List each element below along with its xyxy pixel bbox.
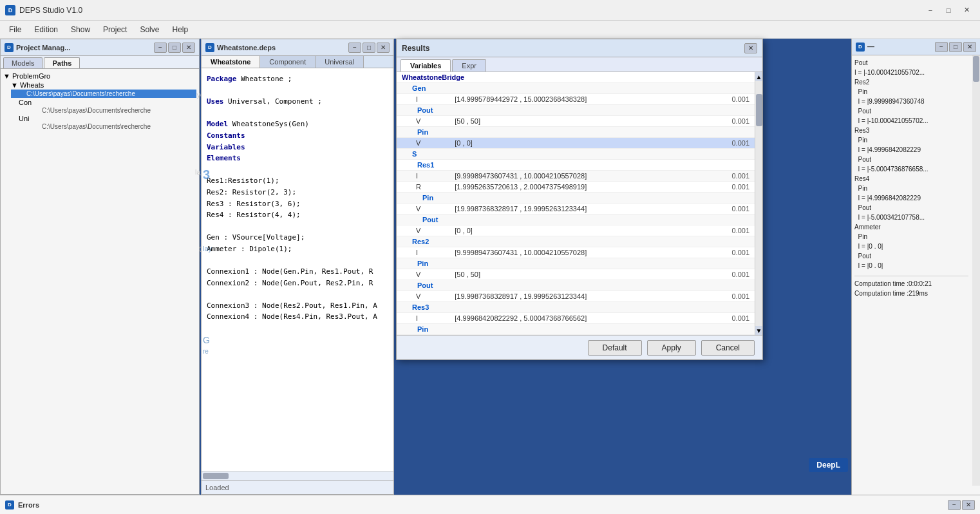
rp-line: I = |0 . 0| <box>854 242 968 251</box>
close-button[interactable]: ✕ <box>958 4 975 17</box>
tree-item-root[interactable]: ▼ ProblemGro <box>3 71 196 81</box>
code-line: Connexion3 : Node(Res2.Pout, Res1.Pin, A <box>207 300 388 312</box>
right-minimize-btn[interactable]: − <box>935 42 948 52</box>
results-tab-variables[interactable]: Variables <box>400 59 451 71</box>
right-scroll-thumb[interactable] <box>973 56 979 82</box>
wheatstone-panel-icon: D <box>205 43 214 52</box>
rp-line: I = |-5.000342107758... <box>854 213 968 222</box>
code-line: Connexion4 : Node(Res4.Pin, Res3.Pout, A <box>207 311 388 323</box>
project-panel-title: Project Manag... <box>16 44 151 52</box>
errors-bar: D Errors − ✕ <box>0 495 980 514</box>
cancel-button[interactable]: Cancel <box>701 340 755 356</box>
project-panel-titlebar: D Project Manag... − □ ✕ <box>1 39 199 56</box>
code-line <box>207 255 388 267</box>
project-maximize-btn[interactable]: □ <box>168 43 181 53</box>
rp-line: I = |0 . 0| <box>854 261 968 271</box>
wheatstone-minimize-btn[interactable]: − <box>348 43 361 53</box>
tree-item-con[interactable]: Con <box>19 98 196 107</box>
rp-line: I = |9.99998947360748 <box>854 97 968 106</box>
var-error: 0.001 <box>704 313 755 324</box>
results-tab-expr[interactable]: Expr <box>452 59 486 71</box>
rp-line: Pout <box>854 58 968 68</box>
section-pin-gen: Pin <box>397 127 755 138</box>
wheatstone-statusbar: Loaded <box>202 480 393 494</box>
code-tab-wheatstone[interactable]: Wheatstone <box>202 56 260 68</box>
tab-models[interactable]: Models <box>3 57 42 68</box>
rp-line: Res3 <box>854 126 968 135</box>
results-close-btn[interactable]: ✕ <box>744 43 757 53</box>
scroll-down-btn[interactable]: ▼ <box>755 326 762 335</box>
right-maximize-btn[interactable]: □ <box>949 42 962 52</box>
menu-project[interactable]: Project <box>97 23 133 37</box>
menu-help[interactable]: Help <box>165 23 194 37</box>
right-panel-titlebar: D — − □ ✕ <box>852 39 980 55</box>
tree-group: ▼ Wheats C:\Users\payas\Documents\recher… <box>3 81 196 130</box>
default-button[interactable]: Default <box>588 340 642 356</box>
var-name: V <box>397 269 449 280</box>
app-titlebar: D DEPS Studio V1.0 − □ ✕ <box>0 0 980 21</box>
code-line: Gen : VSource[Voltage]; <box>207 232 388 243</box>
var-name: V <box>397 138 449 149</box>
rp-line: Pout <box>854 203 968 213</box>
results-data-table: WheatstoneBridge Gen I [14.9995789442972… <box>397 72 755 335</box>
section-pout-res1: Pout <box>397 214 755 225</box>
tree-path-wheats[interactable]: C:\Users\payas\Documents\recherche <box>11 90 196 98</box>
project-minimize-btn[interactable]: − <box>154 43 167 53</box>
results-scrollbar[interactable]: ▲ ▼ <box>755 72 762 335</box>
var-value: [14.9995789442972 , 15.0002368438328] <box>449 94 704 105</box>
menu-edition[interactable]: Edition <box>28 23 64 37</box>
horizontal-scrollbar[interactable] <box>202 471 393 480</box>
app-title: DEPS Studio V1.0 <box>19 6 922 15</box>
maximize-button[interactable]: □ <box>940 4 957 17</box>
table-row: R [1.99952635720613 , 2.00047375498919] … <box>397 182 755 193</box>
rp-line: Pin <box>854 87 968 97</box>
scroll-thumb-h[interactable] <box>203 473 229 479</box>
scroll-up-btn[interactable]: ▲ <box>755 72 762 81</box>
table-row: V [19.9987368328917 , 19.9995263123344] … <box>397 291 755 302</box>
results-footer: Default Apply Cancel <box>397 335 762 359</box>
menu-file[interactable]: File <box>3 23 28 37</box>
code-tab-component[interactable]: Component <box>260 56 316 68</box>
var-value: [50 , 50] <box>449 116 704 127</box>
section-pout-res2: Pout <box>397 280 755 291</box>
code-line <box>207 164 388 176</box>
var-error: 0.001 <box>704 138 755 149</box>
tab-paths[interactable]: Paths <box>44 57 80 68</box>
deepl-button[interactable]: DeepL <box>809 458 848 472</box>
code-line: Res4 : Resistor(4, 4); <box>207 209 388 221</box>
var-error: 0.001 <box>704 116 755 127</box>
deepl-label: DeepL <box>816 461 840 470</box>
code-line: Res3 : Resistor(3, 6); <box>207 198 388 210</box>
project-panel-controls: − □ ✕ <box>154 43 195 53</box>
errors-minimize-btn[interactable]: − <box>948 500 961 510</box>
code-line: Variables <box>207 142 388 153</box>
rp-computation-line2: Computation time :219ms <box>854 289 968 298</box>
scroll-thumb[interactable] <box>756 94 762 126</box>
errors-close-btn[interactable]: ✕ <box>962 500 975 510</box>
scroll-track <box>755 81 762 326</box>
wheatstone-maximize-btn[interactable]: □ <box>363 43 375 53</box>
var-name: R <box>397 182 449 193</box>
code-line: Uses Universal, Component ; <box>207 96 388 108</box>
tree-item-uni[interactable]: Uni <box>19 114 196 123</box>
code-tab-universal[interactable]: Universal <box>316 56 364 68</box>
section-pin-res3: Pin <box>397 324 755 335</box>
menu-show[interactable]: Show <box>64 23 97 37</box>
tree-subgroup: Con C:\Users\payas\Documents\recherche U… <box>11 98 196 130</box>
project-close-btn[interactable]: ✕ <box>182 43 195 53</box>
right-close-btn[interactable]: ✕ <box>963 42 976 52</box>
var-value: [19.9987368328917 , 19.9995263123344] <box>449 204 704 214</box>
right-panel-scrollbar[interactable] <box>972 55 980 486</box>
subsection-res3: Res3 <box>397 302 755 313</box>
minimize-button[interactable]: − <box>922 4 939 17</box>
rp-line: I = |-10.000421055702... <box>854 68 968 77</box>
wheatstone-panel-titlebar: D Wheatstone.deps − □ ✕ <box>202 39 393 56</box>
wheatstone-close-btn[interactable]: ✕ <box>377 43 390 53</box>
code-line: Connexion1 : Node(Gen.Pin, Res1.Pout, R <box>207 266 388 278</box>
menu-solve[interactable]: Solve <box>133 23 165 37</box>
apply-button[interactable]: Apply <box>647 340 696 356</box>
tree-item-wheats[interactable]: ▼ Wheats <box>11 81 196 90</box>
section-gen: Gen <box>397 83 755 94</box>
var-name: I <box>397 171 449 182</box>
var-value: [9.99989473607431 , 10.0004210557028] <box>449 247 704 258</box>
